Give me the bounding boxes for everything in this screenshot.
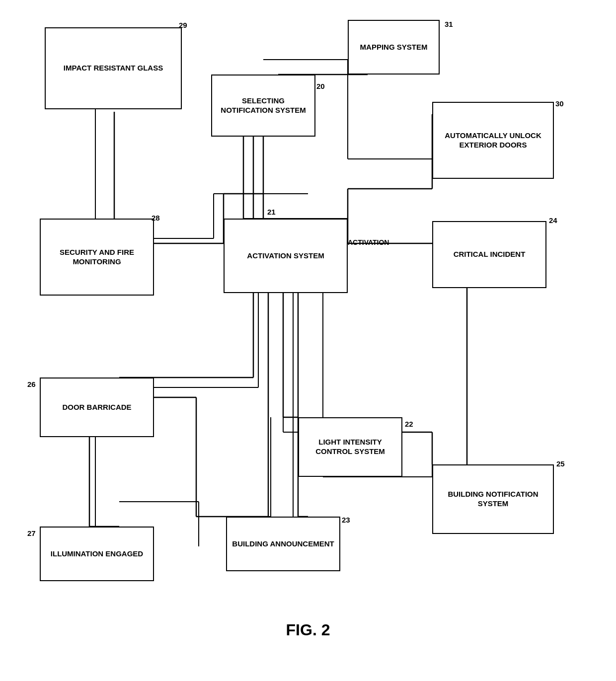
- label-23: 23: [342, 516, 350, 524]
- svg-line-5: [308, 60, 387, 194]
- label-31: 31: [445, 20, 453, 28]
- impact-glass-box: IMPACT RESISTANT GLASS: [45, 27, 182, 109]
- critical-box: CRITICAL INCIDENT: [432, 221, 546, 288]
- mapping-box: MAPPING SYSTEM: [348, 20, 440, 75]
- label-27: 27: [27, 529, 36, 537]
- figure-label: FIG. 2: [248, 621, 368, 639]
- activation-box: ACTIVATION SYSTEM: [224, 219, 348, 293]
- label-28: 28: [152, 214, 160, 222]
- auto-unlock-box: AUTOMATICALLY UNLOCK EXTERIOR DOORS: [432, 102, 554, 179]
- selecting-box: SELECTING NOTIFICATION SYSTEM: [211, 75, 315, 137]
- label-26: 26: [27, 380, 36, 388]
- security-box: SECURITY AND FIRE MONITORING: [40, 219, 154, 296]
- illumination-box: ILLUMINATION ENGAGED: [40, 527, 154, 581]
- light-intensity-box: LIGHT INTENSITY CONTROL SYSTEM: [298, 417, 402, 477]
- label-21: 21: [267, 208, 276, 216]
- diagram-container: IMPACT RESISTANT GLASS 29 MAPPING SYSTEM…: [0, 0, 616, 681]
- label-30: 30: [555, 99, 564, 108]
- door-barricade-box: DOOR BARRICADE: [40, 378, 154, 437]
- label-20: 20: [316, 82, 325, 90]
- activation-label: ACTIVATION: [348, 238, 389, 246]
- label-22: 22: [405, 420, 413, 428]
- label-24: 24: [549, 216, 557, 225]
- label-29: 29: [179, 21, 187, 29]
- building-notification-box: BUILDING NOTIFICATION SYSTEM: [432, 464, 554, 534]
- building-announcement-box: BUILDING ANNOUNCEMENT: [226, 517, 340, 571]
- label-25: 25: [556, 459, 565, 468]
